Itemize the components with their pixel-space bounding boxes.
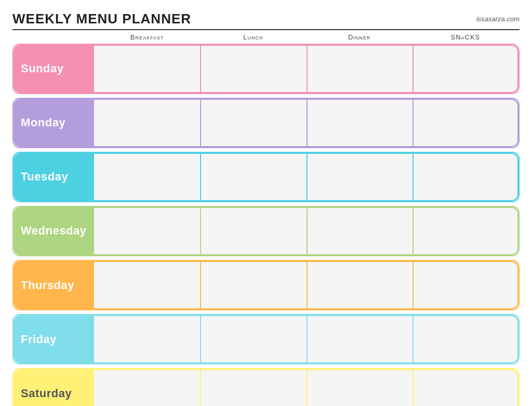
cell-wednesday-breakfast[interactable]	[94, 207, 200, 255]
cell-tuesday-snacks[interactable]	[413, 153, 518, 201]
cell-saturday-breakfast[interactable]	[94, 369, 200, 406]
row-sunday: Sunday	[12, 44, 520, 94]
cell-monday-breakfast[interactable]	[94, 99, 200, 147]
day-label-friday: Friday	[14, 315, 94, 363]
col-lunch: Lunch	[200, 33, 306, 41]
day-label-thursday: thursday	[14, 261, 94, 309]
col-snacks: SNaCKS	[413, 33, 518, 41]
cell-friday-dinner[interactable]	[307, 315, 413, 363]
cell-monday-dinner[interactable]	[307, 99, 413, 147]
cell-wednesday-snacks[interactable]	[413, 207, 518, 255]
col-dinner: Dinner	[307, 33, 413, 41]
day-label-monday: Monday	[14, 99, 94, 147]
cell-tuesday-breakfast[interactable]	[94, 153, 200, 201]
cell-saturday-lunch[interactable]	[200, 369, 306, 406]
website-url: issasarza.com	[476, 15, 520, 23]
cell-friday-snacks[interactable]	[413, 315, 518, 363]
cell-saturday-snacks[interactable]	[413, 369, 518, 406]
cell-friday-lunch[interactable]	[200, 315, 306, 363]
cell-saturday-dinner[interactable]	[307, 369, 413, 406]
planner-title: Weekly Menu Planner	[12, 11, 191, 27]
day-label-wednesday: Wednesday	[14, 207, 94, 255]
day-label-sunday: Sunday	[14, 45, 94, 93]
cell-sunday-breakfast[interactable]	[94, 45, 200, 93]
cell-tuesday-dinner[interactable]	[307, 153, 413, 201]
cell-monday-lunch[interactable]	[200, 99, 306, 147]
cell-thursday-dinner[interactable]	[307, 261, 413, 309]
row-thursday: thursday	[12, 260, 520, 310]
cell-wednesday-dinner[interactable]	[307, 207, 413, 255]
cell-thursday-snacks[interactable]	[413, 261, 518, 309]
cell-thursday-breakfast[interactable]	[94, 261, 200, 309]
row-saturday: Saturday	[12, 368, 520, 406]
cell-monday-snacks[interactable]	[413, 99, 518, 147]
row-wednesday: Wednesday	[12, 206, 520, 256]
cell-friday-breakfast[interactable]	[94, 315, 200, 363]
col-breakfast: Breakfast	[94, 33, 200, 41]
cell-sunday-lunch[interactable]	[200, 45, 306, 93]
cell-tuesday-lunch[interactable]	[200, 153, 306, 201]
cell-sunday-dinner[interactable]	[307, 45, 413, 93]
days-grid: SundayMondayTuesdayWednesdaythursdayFrid…	[12, 44, 520, 407]
day-label-saturday: Saturday	[14, 369, 94, 406]
cell-sunday-snacks[interactable]	[413, 45, 518, 93]
cell-thursday-lunch[interactable]	[200, 261, 306, 309]
planner: Weekly Menu Planner issasarza.com Breakf…	[6, 6, 526, 401]
day-label-tuesday: Tuesday	[14, 153, 94, 201]
row-monday: Monday	[12, 98, 520, 148]
column-headers: Breakfast Lunch Dinner SNaCKS	[12, 33, 520, 41]
cell-wednesday-lunch[interactable]	[200, 207, 306, 255]
header: Weekly Menu Planner issasarza.com	[12, 11, 520, 30]
row-friday: Friday	[12, 314, 520, 364]
row-tuesday: Tuesday	[12, 152, 520, 202]
